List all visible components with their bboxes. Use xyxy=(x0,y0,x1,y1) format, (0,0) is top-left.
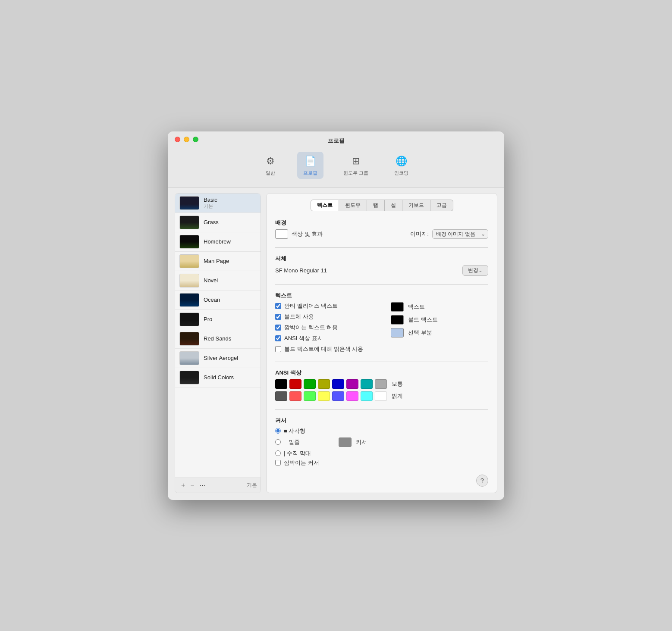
main-window: 프로필 ⚙일반📄프로필⊞윈도우 그룹🌐인코딩 Basic 기본 Grass Ho… xyxy=(168,131,504,500)
ansi-swatch-bright-6[interactable] xyxy=(361,391,373,401)
checkbox-antialias[interactable] xyxy=(275,303,281,309)
cursor-color-swatch[interactable] xyxy=(339,437,352,447)
remove-profile-button[interactable]: − xyxy=(188,481,197,490)
thumb-grass xyxy=(179,216,199,229)
ansi-swatch-bright-3[interactable] xyxy=(318,391,330,401)
toolbar-item-window-group[interactable]: ⊞윈도우 그룹 xyxy=(337,152,374,179)
change-font-button[interactable]: 변경... xyxy=(462,265,488,276)
ansi-swatch-normal-6[interactable] xyxy=(361,379,373,389)
blink-cursor-checkbox[interactable] xyxy=(275,460,281,465)
ansi-swatch-normal-0[interactable] xyxy=(275,379,287,389)
checkbox-blink[interactable] xyxy=(275,325,281,331)
ansi-swatch-bright-4[interactable] xyxy=(332,391,344,401)
traffic-lights xyxy=(175,137,198,142)
ansi-row-normal: 보통 xyxy=(275,379,488,389)
swatch-bold-color[interactable] xyxy=(391,315,404,325)
minimize-button[interactable] xyxy=(184,137,189,142)
titlebar: 프로필 ⚙일반📄프로필⊞윈도우 그룹🌐인코딩 xyxy=(168,131,504,188)
sidebar-item-solidcolors[interactable]: Solid Colors xyxy=(175,368,261,387)
item-name-solidcolors: Solid Colors xyxy=(204,374,234,381)
font-title: 서체 xyxy=(275,255,488,262)
thumb-ocean xyxy=(179,293,199,307)
fullscreen-button[interactable] xyxy=(193,137,198,142)
font-name: SF Mono Regular 11 xyxy=(275,267,327,274)
item-name-ocean: Ocean xyxy=(204,297,220,303)
ansi-swatch-normal-1[interactable] xyxy=(289,379,301,389)
radio-label-block: ■ 사각형 xyxy=(284,427,305,435)
default-label: 기본 xyxy=(247,481,257,489)
radio-underline[interactable] xyxy=(275,439,281,445)
sidebar: Basic 기본 Grass Homebrew Man Page Novel O… xyxy=(175,193,261,493)
background-color-swatch[interactable] xyxy=(275,229,288,239)
swatch-selection-color[interactable] xyxy=(391,328,404,337)
content-area: Basic 기본 Grass Homebrew Man Page Novel O… xyxy=(168,188,504,500)
encoding-icon: 🌐 xyxy=(395,154,408,168)
toolbar-item-encoding[interactable]: 🌐인코딩 xyxy=(388,152,415,179)
cursor-title: 커서 xyxy=(275,417,488,425)
ansi-swatch-bright-7[interactable] xyxy=(375,391,387,401)
tab-advanced[interactable]: 고급 xyxy=(430,200,453,211)
text-section: 텍스트 안티 앨리어스 텍스트 볼드체 사용 깜박이는 텍스트 허용 ANSI … xyxy=(275,292,488,353)
thumb-redsands xyxy=(179,332,199,346)
checkbox-row-bold: 볼드체 사용 xyxy=(275,313,363,321)
sidebar-item-redsands[interactable]: Red Sands xyxy=(175,329,261,349)
swatch-text-color[interactable] xyxy=(391,302,404,312)
color-row-text-color: 텍스트 xyxy=(391,302,438,312)
tab-cell[interactable]: 셀 xyxy=(385,200,402,211)
ansi-swatch-bright-1[interactable] xyxy=(289,391,301,401)
ansi-swatch-bright-0[interactable] xyxy=(275,391,287,401)
sidebar-item-ocean[interactable]: Ocean xyxy=(175,291,261,310)
sidebar-item-homebrew[interactable]: Homebrew xyxy=(175,232,261,252)
checkbox-label-ansi: ANSI 색상 표시 xyxy=(284,334,323,342)
thumb-silveraerogel xyxy=(179,351,199,365)
checkbox-bold[interactable] xyxy=(275,314,281,320)
tab-keyboard[interactable]: 키보드 xyxy=(402,200,430,211)
close-button[interactable] xyxy=(175,137,180,142)
ansi-swatch-normal-5[interactable] xyxy=(346,379,358,389)
toolbar: ⚙일반📄프로필⊞윈도우 그룹🌐인코딩 xyxy=(257,148,415,184)
sidebar-item-pro[interactable]: Pro xyxy=(175,310,261,329)
window-title: 프로필 xyxy=(328,137,345,145)
tab-tab[interactable]: 탭 xyxy=(367,200,385,211)
toolbar-label-general: 일반 xyxy=(266,170,275,176)
ansi-label-bright: 밝게 xyxy=(392,392,403,400)
blink-row: 깜박이는 커서 xyxy=(275,459,488,467)
sidebar-item-grass[interactable]: Grass xyxy=(175,213,261,232)
radio-row-bar: | 수직 막대 xyxy=(275,450,311,457)
color-label-selection-color: 선택 부분 xyxy=(408,329,432,337)
background-image-select[interactable]: 배경 이미지 없음 xyxy=(432,229,488,239)
checkbox-boldlight[interactable] xyxy=(275,346,281,352)
sidebar-item-silveraerogel[interactable]: Silver Aerogel xyxy=(175,349,261,368)
help-button[interactable]: ? xyxy=(476,475,488,487)
ansi-swatch-bright-5[interactable] xyxy=(346,391,358,401)
ansi-swatch-normal-7[interactable] xyxy=(375,379,387,389)
sidebar-item-manpage[interactable]: Man Page xyxy=(175,252,261,271)
toolbar-item-general[interactable]: ⚙일반 xyxy=(257,152,283,179)
radio-block[interactable] xyxy=(275,428,281,434)
ansi-swatch-normal-2[interactable] xyxy=(304,379,316,389)
cursor-radios: ■ 사각형 _ 밑줄 | 수직 막대 xyxy=(275,427,311,457)
cursor-color-label: 커서 xyxy=(356,438,367,446)
color-label-text-color: 텍스트 xyxy=(408,303,425,311)
thumb-homebrew xyxy=(179,235,199,249)
checkbox-label-blink: 깜박이는 텍스트 허용 xyxy=(284,324,338,331)
tab-window[interactable]: 윈도우 xyxy=(339,200,367,211)
toolbar-item-profile[interactable]: 📄프로필 xyxy=(297,152,323,179)
ansi-swatch-bright-2[interactable] xyxy=(304,391,316,401)
ansi-swatch-normal-4[interactable] xyxy=(332,379,344,389)
sidebar-item-basic[interactable]: Basic 기본 xyxy=(175,194,261,213)
tab-text[interactable]: 텍스트 xyxy=(311,200,339,211)
ansi-grid: 보통밝게 xyxy=(275,379,488,401)
ansi-swatch-normal-3[interactable] xyxy=(318,379,330,389)
item-name-manpage: Man Page xyxy=(204,258,229,264)
checkbox-ansi[interactable] xyxy=(275,335,281,341)
radio-bar[interactable] xyxy=(275,450,281,456)
toolbar-label-encoding: 인코딩 xyxy=(394,170,408,176)
more-options-button[interactable]: ··· xyxy=(197,481,208,490)
checkbox-row-antialias: 안티 앨리어스 텍스트 xyxy=(275,302,363,310)
background-color-label: 색상 및 효과 xyxy=(292,230,323,238)
background-image-label: 이미지: xyxy=(410,230,429,238)
checkbox-label-bold: 볼드체 사용 xyxy=(284,313,314,321)
add-profile-button[interactable]: + xyxy=(179,481,188,490)
sidebar-item-novel[interactable]: Novel xyxy=(175,271,261,291)
